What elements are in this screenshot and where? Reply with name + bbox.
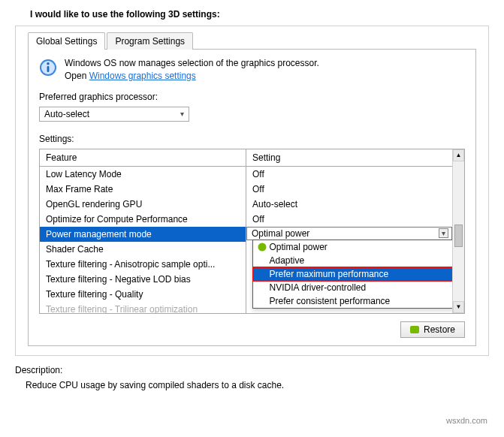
dropdown-option-label: NVIDIA driver-controlled	[270, 282, 367, 293]
dropdown-option-label: Adaptive	[270, 255, 305, 266]
tab-body: Windows OS now manages selection of the …	[28, 49, 476, 346]
feature-header[interactable]: Feature	[40, 149, 246, 167]
nvidia-icon	[258, 243, 267, 252]
restore-row: Restore	[39, 321, 465, 338]
settings-label: Settings:	[39, 134, 465, 144]
info-line1: Windows OS now manages selection of the …	[65, 57, 319, 70]
dropdown-option-adaptive[interactable]: Adaptive	[253, 254, 454, 267]
svg-point-3	[47, 62, 50, 65]
dropdown-option-label: Prefer consistent performance	[270, 296, 391, 306]
table-row[interactable]: Shader Cache	[40, 242, 246, 257]
scroll-down-button[interactable]: ▼	[453, 301, 464, 313]
info-row: Windows OS now manages selection of the …	[39, 57, 465, 83]
scrollbar[interactable]: ▲ ▼	[452, 149, 464, 313]
dropdown-option-prefer-consistent-performance[interactable]: Prefer consistent performance	[253, 294, 454, 308]
setting-value[interactable]: Off	[246, 212, 452, 227]
table-row[interactable]: Texture filtering - Trilinear optimizati…	[40, 302, 246, 314]
description-body: Reduce CPU usage by saving compiled shad…	[15, 380, 489, 390]
dropdown-option-label: Prefer maximum performance	[270, 269, 389, 279]
table-row[interactable]: Optimize for Compute Performance	[40, 212, 246, 227]
info-text: Windows OS now manages selection of the …	[65, 57, 319, 83]
restore-button-label: Restore	[424, 324, 455, 335]
svg-rect-2	[47, 66, 50, 72]
tab-global-settings[interactable]: Global Settings	[28, 32, 105, 50]
scroll-thumb[interactable]	[454, 225, 463, 247]
setting-value[interactable]: Auto-select	[246, 197, 452, 212]
setting-header[interactable]: Setting	[246, 149, 452, 167]
page-title: I would like to use the following 3D set…	[0, 0, 504, 26]
chevron-down-icon: ▾	[180, 110, 184, 118]
table-row[interactable]: Max Frame Rate	[40, 182, 246, 197]
preferred-processor-value: Auto-select	[44, 109, 89, 119]
info-icon	[39, 59, 57, 77]
power-mode-dropdown-list: Optimal power Adaptive Prefer maximum pe…	[252, 240, 454, 309]
tab-program-settings[interactable]: Program Settings	[107, 32, 193, 50]
restore-button[interactable]: Restore	[400, 321, 465, 338]
dropdown-option-label: Optimal power	[270, 242, 327, 252]
setting-value-dropdown[interactable]: Optimal power ▾	[246, 227, 452, 240]
description-block: Description: Reduce CPU usage by saving …	[0, 356, 504, 413]
table-row[interactable]: Texture filtering - Anisotropic sample o…	[40, 257, 246, 272]
nvidia-icon	[410, 325, 419, 334]
preferred-processor-dropdown[interactable]: Auto-select ▾	[39, 107, 189, 122]
table-row[interactable]: Texture filtering - Negative LOD bias	[40, 272, 246, 287]
svg-rect-5	[410, 326, 419, 333]
setting-value[interactable]: Off	[246, 182, 452, 197]
svg-point-4	[258, 243, 266, 251]
table-row[interactable]: OpenGL rendering GPU	[40, 197, 246, 212]
scroll-up-button[interactable]: ▲	[453, 149, 464, 161]
chevron-down-icon: ▾	[439, 228, 448, 238]
description-label: Description:	[15, 365, 489, 375]
settings-grid: Feature Low Latency Mode Max Frame Rate …	[39, 149, 465, 314]
setting-value[interactable]: Off	[246, 167, 452, 182]
feature-column: Feature Low Latency Mode Max Frame Rate …	[40, 149, 246, 313]
dropdown-option-nvidia-driver-controlled[interactable]: NVIDIA driver-controlled	[253, 281, 454, 294]
table-row-selected[interactable]: Power management mode	[40, 227, 246, 242]
info-line2-prefix: Open	[65, 71, 89, 81]
preferred-processor-label: Preferred graphics processor:	[39, 92, 465, 102]
settings-panel: Global Settings Program Settings Windows…	[15, 26, 489, 356]
table-row[interactable]: Texture filtering - Quality	[40, 287, 246, 302]
setting-value-text: Optimal power	[252, 228, 309, 239]
tabs: Global Settings Program Settings	[28, 32, 476, 50]
dropdown-option-prefer-max-performance[interactable]: Prefer maximum performance	[253, 267, 454, 281]
windows-graphics-settings-link[interactable]: Windows graphics settings	[89, 71, 196, 81]
table-row[interactable]: Low Latency Mode	[40, 167, 246, 182]
dropdown-option-optimal-power[interactable]: Optimal power	[253, 240, 454, 254]
